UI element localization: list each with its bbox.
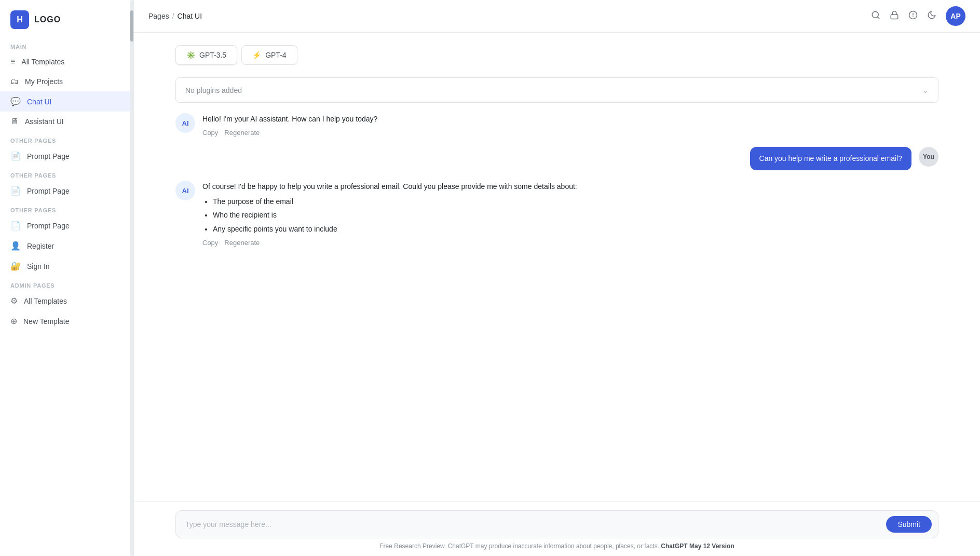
message-bubble-ai-2: Of course! I'd be happy to help you writ… xyxy=(202,181,577,247)
breadcrumb-current: Chat UI xyxy=(178,12,202,20)
sidebar-logo: H LOGO xyxy=(0,0,133,37)
gpt35-label: GPT-3.5 xyxy=(199,51,226,59)
footer-note: Free Research Preview. ChatGPT may produ… xyxy=(175,543,938,550)
message-actions-ai-1: Copy Regenerate xyxy=(202,129,377,137)
plus-circle-icon: ⊕ xyxy=(10,316,17,326)
monitor-icon: 🖥 xyxy=(10,117,19,126)
sidebar-item-label: All Templates xyxy=(21,58,64,66)
sliders-icon: ⚙ xyxy=(10,296,18,306)
search-icon[interactable] xyxy=(871,10,880,22)
model-tab-gpt35[interactable]: ✳️ GPT-3.5 xyxy=(175,45,237,65)
sidebar-item-all-templates[interactable]: ≡ All Templates xyxy=(0,52,133,72)
sidebar-item-label: Prompt Page xyxy=(27,152,70,160)
user-bubble: Can you help me write a professional ema… xyxy=(750,147,911,170)
message-bubble-ai-1: Hello! I'm your AI assistant. How can I … xyxy=(202,113,377,137)
svg-rect-2 xyxy=(891,15,898,19)
copy-button-2[interactable]: Copy xyxy=(202,239,218,247)
message-text-ai-2: Of course! I'd be happy to help you writ… xyxy=(202,181,577,235)
chevron-down-icon: ⌄ xyxy=(922,85,929,95)
sidebar-item-my-projects[interactable]: 🗂 My Projects xyxy=(0,72,133,91)
sidebar-item-prompt-page-1[interactable]: 📄 Prompt Page xyxy=(0,146,133,166)
submit-button[interactable]: Submit xyxy=(886,516,932,533)
other-pages-label-3: OTHER PAGES xyxy=(0,201,133,215)
avatar[interactable]: AP xyxy=(946,6,965,26)
model-tabs: ✳️ GPT-3.5 ⚡ GPT-4 xyxy=(175,45,938,65)
message-row-ai-2: AI Of course! I'd be happy to help you w… xyxy=(175,181,938,247)
list-icon: ≡ xyxy=(10,57,15,66)
user-plus-icon: 👤 xyxy=(10,241,21,251)
ai-avatar-2: AI xyxy=(175,181,195,200)
header: Pages / Chat UI xyxy=(134,0,980,33)
chat-container: ✳️ GPT-3.5 ⚡ GPT-4 No plugins added ⌄ AI… xyxy=(134,33,980,501)
main-section-label: MAIN xyxy=(0,37,133,52)
message-row-user: Can you help me write a professional ema… xyxy=(175,147,938,170)
sidebar-item-label: Prompt Page xyxy=(27,187,70,195)
sidebar-item-prompt-page-3[interactable]: 📄 Prompt Page xyxy=(0,215,133,236)
chat-icon: 💬 xyxy=(10,97,21,106)
copy-button-1[interactable]: Copy xyxy=(202,129,218,137)
gpt4-icon: ⚡ xyxy=(252,51,261,59)
message-list: The purpose of the email Who the recipie… xyxy=(202,196,577,235)
sidebar-item-label: My Projects xyxy=(25,77,63,86)
sidebar-item-sign-in[interactable]: 🔐 Sign In xyxy=(0,256,133,276)
sidebar: H LOGO MAIN ≡ All Templates 🗂 My Project… xyxy=(0,0,134,556)
message-row-ai-1: AI Hello! I'm your AI assistant. How can… xyxy=(175,113,938,137)
sidebar-item-chat-ui[interactable]: 💬 Chat UI xyxy=(0,91,133,112)
message-actions-ai-2: Copy Regenerate xyxy=(202,239,577,247)
sidebar-item-assistant-ui[interactable]: 🖥 Assistant UI xyxy=(0,112,133,131)
sidebar-item-prompt-page-2[interactable]: 📄 Prompt Page xyxy=(0,181,133,201)
projects-icon: 🗂 xyxy=(10,77,19,86)
sidebar-scrollbar[interactable] xyxy=(130,0,133,556)
message-input[interactable] xyxy=(185,520,880,528)
sidebar-item-new-template[interactable]: ⊕ New Template xyxy=(0,311,133,331)
input-area: Submit Free Research Preview. ChatGPT ma… xyxy=(134,501,980,556)
page-icon: 📄 xyxy=(10,151,21,161)
logo-text: LOGO xyxy=(34,15,61,24)
header-actions: AP xyxy=(871,6,965,26)
svg-line-1 xyxy=(877,17,879,18)
sidebar-item-admin-all-templates[interactable]: ⚙ All Templates xyxy=(0,291,133,311)
model-tab-gpt4[interactable]: ⚡ GPT-4 xyxy=(241,45,297,65)
info-icon[interactable] xyxy=(908,10,918,22)
ai-avatar: AI xyxy=(175,113,195,133)
plugins-label: No plugins added xyxy=(185,86,242,94)
sidebar-item-label: Register xyxy=(27,242,54,250)
regenerate-button-1[interactable]: Regenerate xyxy=(224,129,260,137)
breadcrumb-separator: / xyxy=(172,12,174,20)
other-pages-label-1: OTHER PAGES xyxy=(0,131,133,146)
sidebar-item-label: New Template xyxy=(23,317,69,326)
input-row: Submit xyxy=(175,510,938,538)
sidebar-item-label: Assistant UI xyxy=(25,117,64,126)
gpt4-label: GPT-4 xyxy=(265,51,286,59)
moon-icon[interactable] xyxy=(927,10,936,22)
sidebar-item-label: Prompt Page xyxy=(27,222,70,230)
page-icon: 📄 xyxy=(10,221,21,230)
sign-in-icon: 🔐 xyxy=(10,261,21,271)
other-pages-label-2: OTHER PAGES xyxy=(0,166,133,181)
list-item-1: The purpose of the email xyxy=(213,196,577,207)
sidebar-item-label: Chat UI xyxy=(27,98,51,106)
lock-icon[interactable] xyxy=(890,10,899,22)
regenerate-button-2[interactable]: Regenerate xyxy=(224,239,260,247)
gpt35-icon: ✳️ xyxy=(186,51,195,59)
sidebar-item-label: All Templates xyxy=(24,297,67,305)
sidebar-item-label: Sign In xyxy=(27,262,50,270)
main-content: Pages / Chat UI xyxy=(134,0,980,556)
page-icon: 📄 xyxy=(10,186,21,196)
logo-box: H xyxy=(10,10,29,29)
user-avatar: You xyxy=(919,147,938,167)
breadcrumb-parent: Pages xyxy=(148,12,169,20)
sidebar-scroll-thumb xyxy=(130,10,133,42)
message-text-ai-1: Hello! I'm your AI assistant. How can I … xyxy=(202,113,377,125)
breadcrumb: Pages / Chat UI xyxy=(148,12,202,20)
list-item-3: Any specific points you want to include xyxy=(213,223,577,235)
list-item-2: Who the recipient is xyxy=(213,209,577,221)
sidebar-item-register[interactable]: 👤 Register xyxy=(0,236,133,256)
admin-pages-label: ADMIN PAGES xyxy=(0,276,133,291)
plugins-bar[interactable]: No plugins added ⌄ xyxy=(175,77,938,103)
